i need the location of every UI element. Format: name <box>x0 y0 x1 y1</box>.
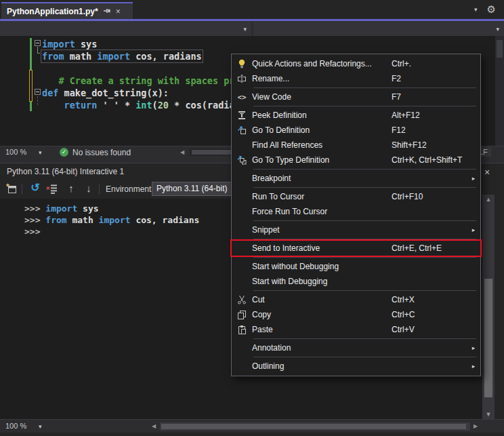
history-next-icon[interactable]: ↓ <box>83 182 95 195</box>
editor-vertical-scroll-thumb[interactable] <box>497 40 503 58</box>
panel-vertical-scrollbar[interactable]: ▲ ▼ <box>482 195 495 419</box>
menu-item-paste[interactable]: Paste Ctrl+V <box>232 322 480 337</box>
menu-item-shortcut: Shift+F12 <box>392 140 480 150</box>
menu-item-shortcut: Ctrl+F10 <box>392 192 480 201</box>
code-area[interactable]: import sys from math import cos, radians… <box>42 38 257 111</box>
menu-item-label: Start without Debugging <box>252 262 392 271</box>
code-line[interactable]: def make_dot_string(x): <box>42 87 257 99</box>
menu-item-breakpoint[interactable]: Breakpoint ▸ <box>232 171 480 186</box>
menu-item-force-run-to-cursor[interactable]: Force Run To Cursor <box>232 204 480 219</box>
scroll-left-icon[interactable]: ◀ <box>180 149 184 155</box>
menu-item-annotation[interactable]: Annotation ▸ <box>232 340 480 355</box>
code-line[interactable] <box>42 62 257 75</box>
environment-dropdown[interactable]: Python 3.11 (64-bit) <box>152 182 233 196</box>
history-previous-icon[interactable]: ↑ <box>65 182 77 195</box>
code-token: import <box>42 39 81 49</box>
gear-icon[interactable]: ⚙ <box>487 4 496 14</box>
menu-item-label: Annotation <box>252 343 392 353</box>
menu-item-label: Run To Cursor <box>252 192 392 201</box>
menu-item-go-to-definition[interactable]: Go To Definition F12 <box>232 123 480 138</box>
scroll-down-icon[interactable]: ▼ <box>482 411 495 418</box>
menu-item-label: Peek Definition <box>252 111 392 120</box>
menu-item-start-with-debugging[interactable]: Start with Debugging <box>232 274 480 289</box>
menu-item-send-to-interactive[interactable]: Send to Interactive Ctrl+E, Ctrl+E <box>232 241 480 256</box>
toolbar-separator <box>22 184 22 195</box>
menu-item-label: Go To Type Definition <box>252 155 392 165</box>
tab-list-chevron-icon[interactable]: ▾ <box>474 6 478 13</box>
close-panel-icon[interactable]: × <box>480 165 495 179</box>
menu-item-copy[interactable]: Copy Ctrl+C <box>232 307 480 322</box>
fold-bracket <box>37 47 40 54</box>
panel-horizontal-scrollbar[interactable] <box>160 422 470 431</box>
fold-marker-icon[interactable] <box>35 89 41 95</box>
context-menu: Quick Actions and Refactorings... Ctrl+.… <box>231 54 481 376</box>
menu-separator <box>253 257 476 258</box>
environment-label: Environment: <box>106 184 154 194</box>
menu-item-start-without-debugging[interactable]: Start without Debugging <box>232 259 480 274</box>
members-dropdown[interactable]: ▾ <box>253 21 504 36</box>
code-line[interactable]: from math import cos, radians <box>42 50 257 62</box>
menu-separator <box>253 169 476 170</box>
types-dropdown[interactable]: ▾ <box>0 21 251 36</box>
submenu-caret-icon: ▸ <box>467 344 480 351</box>
scroll-right-icon[interactable]: ▶ <box>474 423 478 429</box>
code-line[interactable]: import sys <box>42 38 257 50</box>
scroll-left-icon[interactable]: ◀ <box>152 423 156 429</box>
menu-item-cut[interactable]: Cut Ctrl+X <box>232 292 480 307</box>
change-bar-saved <box>30 102 32 111</box>
menu-item-find-all-references[interactable]: Find All References Shift+F12 <box>232 138 480 153</box>
code-token: 20 <box>158 100 169 111</box>
menu-separator <box>253 290 476 291</box>
menu-separator <box>253 357 476 357</box>
menu-item-label: Rename... <box>252 74 392 83</box>
scissors-icon <box>232 295 252 304</box>
clear-screen-icon[interactable] <box>46 184 58 197</box>
menu-item-shortcut: F7 <box>392 92 480 102</box>
menu-item-label: Start with Debugging <box>252 277 392 286</box>
pin-icon[interactable] <box>103 7 111 16</box>
submenu-caret-icon: ▸ <box>467 363 480 370</box>
zoom-chevron-icon[interactable]: ▾ <box>39 423 42 430</box>
code-token: sys <box>81 39 97 50</box>
code-line[interactable]: return ' ' * int(20 * cos(radia <box>42 99 257 111</box>
zoom-chevron-icon[interactable]: ▾ <box>39 149 42 156</box>
menu-item-quick-actions[interactable]: Quick Actions and Refactorings... Ctrl+. <box>232 56 480 71</box>
menu-item-view-code[interactable]: <> View Code F7 <box>232 90 480 104</box>
panel-vertical-scroll-thumb[interactable] <box>484 279 492 397</box>
menu-item-outlining[interactable]: Outlining ▸ <box>232 359 480 374</box>
menu-item-go-to-type-definition[interactable]: Go To Type Definition Ctrl+K, Ctrl+Shift… <box>232 153 480 167</box>
scroll-up-icon[interactable]: ▲ <box>482 196 495 203</box>
new-interactive-window-icon[interactable] <box>5 183 18 197</box>
code-token: # Create a string with spaces propor <box>42 75 257 86</box>
copy-icon <box>232 310 252 319</box>
submenu-caret-icon: ▸ <box>467 226 480 233</box>
fold-marker-icon[interactable] <box>35 40 41 46</box>
panel-horizontal-scroll-thumb[interactable] <box>161 424 466 429</box>
repl-token: >>> <box>24 215 45 225</box>
peek-definition-icon <box>232 111 252 120</box>
menu-item-rename[interactable]: Rename... F2 <box>232 71 480 86</box>
issues-status[interactable]: No issues found <box>72 148 131 157</box>
reset-repl-icon[interactable]: ↺ <box>28 182 42 194</box>
menu-item-snippet[interactable]: Snippet ▸ <box>232 222 480 237</box>
tab-pythonapplication1[interactable]: PythonApplication1.py* × <box>1 2 133 19</box>
menu-item-peek-definition[interactable]: Peek Definition Alt+F12 <box>232 108 480 123</box>
menu-item-shortcut: F12 <box>392 125 480 135</box>
view-code-icon: <> <box>232 93 252 102</box>
code-line[interactable]: # Create a string with spaces propor <box>42 75 257 87</box>
menu-item-label: Send to Interactive <box>252 243 392 253</box>
menu-item-run-to-cursor[interactable]: Run To Cursor Ctrl+F10 <box>232 189 480 204</box>
editor-zoom-level[interactable]: 100 % <box>5 148 26 156</box>
menu-separator <box>253 87 476 88</box>
menu-item-label: Find All References <box>252 140 392 150</box>
chevron-down-icon: ▾ <box>243 26 247 33</box>
panel-zoom-level[interactable]: 100 % <box>5 422 26 430</box>
go-to-type-definition-icon <box>232 155 252 165</box>
code-token: int <box>135 100 152 111</box>
close-tab-icon[interactable]: × <box>116 7 121 16</box>
menu-item-label: View Code <box>252 92 392 102</box>
document-tab-bar: PythonApplication1.py* × ▾ ⚙ <box>0 0 504 19</box>
environment-value: Python 3.11 (64-bit) <box>156 184 228 193</box>
menu-item-shortcut: Ctrl+V <box>392 325 480 334</box>
menu-item-shortcut: Alt+F12 <box>392 111 480 120</box>
